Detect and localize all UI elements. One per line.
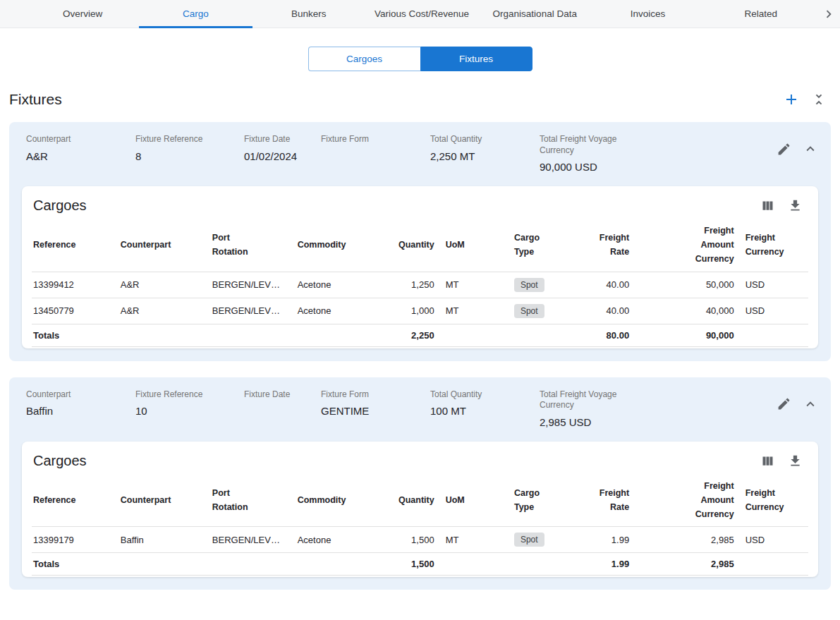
- field-label-total-freight: Total Freight Voyage Currency: [540, 389, 623, 411]
- field-label-fixture-reference: Fixture Reference: [135, 389, 237, 401]
- cell-reference: 13450779: [32, 298, 115, 324]
- fixture-field-total-freight: Total Freight Voyage Currency 90,000 USD: [540, 134, 765, 174]
- totals-label: Totals: [32, 324, 115, 346]
- fixture-field-counterpart: Counterpart A&R: [26, 134, 135, 163]
- cell-freight-rate: 40.00: [570, 298, 635, 324]
- cell-reference: 13399179: [32, 527, 115, 553]
- totals-quantity: 2,250: [375, 324, 439, 346]
- cargo-type-badge: Spot: [514, 304, 544, 318]
- field-label-counterpart: Counterpart: [26, 389, 128, 401]
- field-value-fixture-form: GENTIME: [321, 405, 423, 418]
- collapse-fixture-button[interactable]: [803, 141, 818, 157]
- totals-freight-amount: 90,000: [635, 324, 740, 346]
- fixture-field-total-freight: Total Freight Voyage Currency 2,985 USD: [540, 389, 765, 429]
- fixture-field-total-quantity: Total Quantity 100 MT: [430, 389, 540, 418]
- cell-counterpart: Baffin: [115, 527, 207, 553]
- columns-icon[interactable]: [760, 454, 775, 468]
- cell-cargo-type: Spot: [509, 298, 570, 324]
- col-counterpart: Counterpart: [115, 473, 207, 527]
- cell-commodity: Acetone: [292, 298, 375, 324]
- table-header-row: Reference Counterpart Port Rotation Comm…: [32, 473, 808, 527]
- cell-freight-amount: 2,985: [635, 527, 740, 553]
- download-icon[interactable]: [788, 198, 803, 213]
- field-label-fixture-form: Fixture Form: [321, 134, 423, 145]
- cargoes-title: Cargoes: [33, 197, 87, 214]
- col-port-rotation: Port Rotation: [207, 473, 292, 527]
- table-header-row: Reference Counterpart Port Rotation Comm…: [32, 218, 808, 272]
- chevron-right-icon[interactable]: [817, 0, 840, 28]
- cell-freight-rate: 1.99: [570, 527, 635, 553]
- field-value-total-freight: 90,000 USD: [540, 161, 757, 174]
- add-fixture-button[interactable]: [783, 91, 800, 108]
- field-value-fixture-date: 01/02/2024: [244, 150, 314, 163]
- field-value-total-quantity: 2,250 MT: [430, 150, 532, 163]
- col-freight-amount-currency: Freight Amount Currency: [635, 218, 740, 272]
- cargoes-card: Cargoes Reference: [22, 186, 818, 348]
- totals-freight-rate: 1.99: [570, 553, 635, 576]
- cell-reference: 13399412: [32, 272, 115, 298]
- cell-commodity: Acetone: [292, 272, 375, 298]
- field-value-counterpart: Baffin: [26, 405, 128, 418]
- fixture-field-date: Fixture Date 01/02/2024: [244, 134, 321, 163]
- collapse-all-button[interactable]: [811, 92, 827, 107]
- cell-freight-amount: 50,000: [635, 272, 740, 298]
- field-label-fixture-form: Fixture Form: [321, 389, 423, 401]
- col-quantity: Quantity: [375, 218, 439, 272]
- download-icon[interactable]: [788, 454, 803, 468]
- columns-icon[interactable]: [760, 198, 775, 213]
- fixture-field-form: Fixture Form GENTIME: [321, 389, 430, 418]
- col-uom: UoM: [440, 218, 509, 272]
- collapse-fixture-button[interactable]: [803, 396, 818, 412]
- toggle-cargoes-button[interactable]: Cargoes: [308, 47, 420, 71]
- col-freight-amount-currency: Freight Amount Currency: [635, 473, 740, 527]
- col-freight-rate: Freight Rate: [570, 218, 635, 272]
- field-value-fixture-reference: 8: [135, 150, 237, 163]
- tab-organisational-data[interactable]: Organisational Data: [478, 0, 591, 28]
- fixture-field-reference: Fixture Reference 10: [135, 389, 244, 418]
- cargoes-header: Cargoes: [32, 451, 808, 469]
- edit-fixture-button[interactable]: [777, 142, 791, 157]
- tab-related[interactable]: Related: [705, 0, 817, 28]
- cell-freight-amount: 40,000: [635, 298, 740, 324]
- fixture-field-date: Fixture Date: [244, 389, 321, 418]
- fixture-actions: [765, 396, 818, 412]
- field-value-fixture-reference: 10: [135, 405, 237, 418]
- cell-port-rotation: BERGEN/LEV…: [207, 272, 292, 298]
- cell-uom: MT: [440, 527, 509, 553]
- cargoes-actions: [760, 198, 803, 213]
- col-freight-currency: Freight Currency: [740, 473, 808, 527]
- col-freight-rate: Freight Rate: [570, 473, 635, 527]
- tab-various-cost-revenue[interactable]: Various Cost/Revenue: [365, 0, 478, 28]
- cargoes-header: Cargoes: [32, 196, 808, 214]
- field-value-fixture-form: [321, 150, 423, 163]
- cargo-row[interactable]: 13399412 A&R BERGEN/LEV… Acetone 1,250 M…: [32, 272, 808, 298]
- edit-fixture-button[interactable]: [777, 396, 791, 411]
- cargo-type-badge: Spot: [514, 278, 544, 292]
- totals-freight-rate: 80.00: [570, 324, 635, 346]
- tab-cargo[interactable]: Cargo: [139, 0, 252, 28]
- tab-overview[interactable]: Overview: [26, 0, 139, 28]
- cell-port-rotation: BERGEN/LEV…: [207, 298, 292, 324]
- tab-invoices[interactable]: Invoices: [591, 0, 704, 28]
- fixture-header: Counterpart Baffin Fixture Reference 10 …: [9, 377, 831, 432]
- col-cargo-type: Cargo Type: [509, 473, 570, 527]
- cell-cargo-type: Spot: [509, 272, 570, 298]
- cargo-row[interactable]: 13450779 A&R BERGEN/LEV… Acetone 1,000 M…: [32, 298, 808, 324]
- view-toggle: Cargoes Fixtures: [0, 47, 840, 71]
- tab-bunkers[interactable]: Bunkers: [252, 0, 365, 28]
- cell-counterpart: A&R: [115, 272, 207, 298]
- cell-freight-currency: USD: [740, 298, 808, 324]
- cargo-row[interactable]: 13399179 Baffin BERGEN/LEV… Acetone 1,50…: [32, 527, 808, 553]
- col-counterpart: Counterpart: [115, 218, 207, 272]
- col-quantity: Quantity: [375, 473, 439, 527]
- toggle-fixtures-button[interactable]: Fixtures: [420, 47, 532, 71]
- cell-quantity: 1,250: [375, 272, 439, 298]
- col-cargo-type: Cargo Type: [509, 218, 570, 272]
- fixture-card: Counterpart A&R Fixture Reference 8 Fixt…: [9, 122, 831, 361]
- cargo-table: Reference Counterpart Port Rotation Comm…: [32, 218, 808, 347]
- totals-row: Totals 2,250 80.00 90,000: [32, 324, 808, 346]
- cell-counterpart: A&R: [115, 298, 207, 324]
- field-value-total-freight: 2,985 USD: [540, 416, 757, 429]
- field-label-total-quantity: Total Quantity: [430, 134, 532, 145]
- totals-quantity: 1,500: [375, 553, 439, 576]
